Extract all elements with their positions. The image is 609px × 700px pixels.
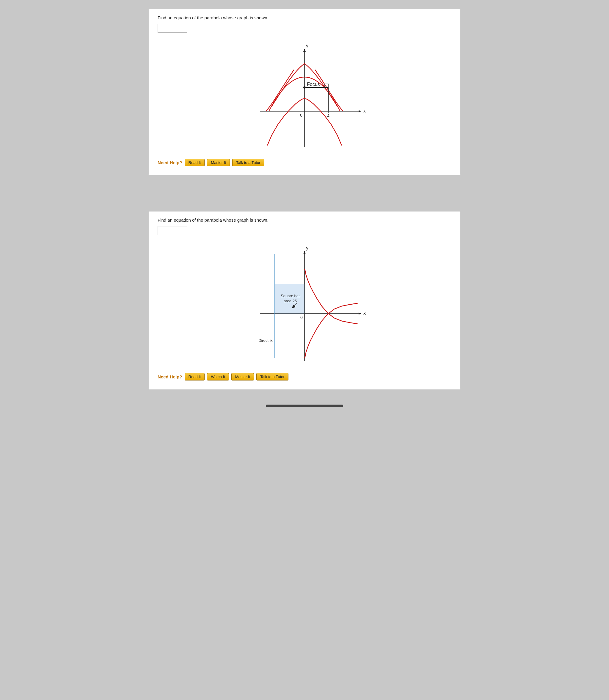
answer-input-2[interactable] <box>158 226 187 235</box>
read-it-btn-2[interactable]: Read It <box>185 373 205 380</box>
svg-text:Directrix: Directrix <box>258 338 273 343</box>
svg-text:Square has: Square has <box>281 294 301 298</box>
svg-text:x: x <box>363 311 366 315</box>
problem-card-2: Find an equation of the parabola whose g… <box>149 211 460 390</box>
watch-it-btn-2[interactable]: Watch It <box>207 373 229 380</box>
svg-text:y: y <box>306 245 308 251</box>
svg-text:area 25: area 25 <box>284 299 297 303</box>
svg-marker-16 <box>359 312 361 315</box>
read-it-btn-1[interactable]: Read It <box>185 159 205 166</box>
answer-input-1[interactable] <box>158 24 187 33</box>
svg-marker-2 <box>359 110 361 113</box>
need-help-row-2: Need Help? Read It Watch It Master It Ta… <box>158 373 451 380</box>
svg-text:0: 0 <box>300 113 302 118</box>
bottom-bar <box>266 405 343 407</box>
svg-text:4: 4 <box>327 113 330 118</box>
tutor-btn-2[interactable]: Talk to a Tutor <box>256 373 289 380</box>
master-it-btn-2[interactable]: Master It <box>231 373 254 380</box>
graph-2: x y 0 Square has area 25 <box>158 242 451 367</box>
need-help-row-1: Need Help? Read It Master It Talk to a T… <box>158 159 451 166</box>
need-help-label-1: Need Help? <box>158 160 182 165</box>
svg-text:0: 0 <box>300 315 303 320</box>
svg-text:x: x <box>363 108 366 113</box>
svg-text:y: y <box>306 43 308 48</box>
problem-1-instruction: Find an equation of the parabola whose g… <box>158 15 451 20</box>
problem-card-1: Find an equation of the parabola whose g… <box>149 9 460 175</box>
tutor-btn-1[interactable]: Talk to a Tutor <box>232 159 264 166</box>
svg-marker-17 <box>303 251 306 254</box>
problem-2-instruction: Find an equation of the parabola whose g… <box>158 218 451 223</box>
graph-1: x y 0 4 <box>158 40 451 153</box>
svg-marker-3 <box>303 49 306 52</box>
master-it-btn-1[interactable]: Master It <box>207 159 230 166</box>
need-help-label-2: Need Help? <box>158 374 182 379</box>
svg-text:Focus: Focus <box>307 82 320 87</box>
